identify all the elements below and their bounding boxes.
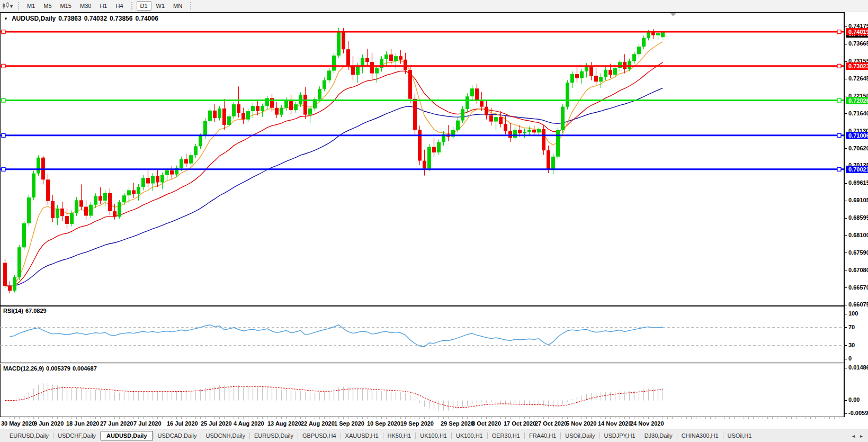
price-tick-label: 0.69105 <box>848 197 868 203</box>
rsi-tick-dash <box>845 359 847 359</box>
chart-tab-usoil-daily[interactable]: USOil,Daily <box>561 431 599 440</box>
date-label: 27 Jun 2020 <box>100 420 133 427</box>
chart-tab-usdjpy-h1[interactable]: USDJPY,H1 <box>600 431 640 440</box>
price-chart-pane[interactable] <box>0 12 844 306</box>
timeframe-button-mn[interactable]: MN <box>169 1 186 11</box>
candlesticks <box>3 28 665 293</box>
tab-scroll-right-button[interactable] <box>857 433 865 439</box>
price-tick-label: 0.73665 <box>848 40 868 47</box>
timeframe-button-m30[interactable]: M30 <box>76 1 95 11</box>
price-tick-dash <box>845 218 847 219</box>
date-label: 17 Oct 2020 <box>504 420 536 427</box>
macd-histogram <box>5 383 663 411</box>
price-tick-label: 0.67080 <box>848 267 868 273</box>
trading-platform-window: M1M5M15M30H1H4D1W1MN AUDUSD,Daily0.73863… <box>0 0 868 442</box>
chart-tab-china300-h1[interactable]: CHINA300,H1 <box>677 431 723 440</box>
price-tick-dash <box>845 183 847 184</box>
tab-scroll-buttons <box>849 433 865 439</box>
macd-tick-dash <box>845 413 847 414</box>
date-label: 5 Nov 2020 <box>566 420 596 427</box>
chart-tab-xauusd-h1[interactable]: XAUUSD,H1 <box>341 431 383 440</box>
rsi-tick-dash <box>845 345 847 346</box>
price-tick-label: 0.72645 <box>848 75 868 82</box>
timeframe-button-m5[interactable]: M5 <box>40 1 55 11</box>
date-label: 25 Jul 2020 <box>201 420 232 427</box>
date-label: 8 Oct 2020 <box>472 420 501 427</box>
rsi-label: RSI(14) <box>3 308 23 314</box>
date-label: 13 Aug 2020 <box>267 420 301 427</box>
ohlc-close: 0.74006 <box>135 15 158 22</box>
price-tick-dash <box>845 148 847 149</box>
chart-tab-uk100-h1[interactable]: UK100,H1 <box>416 431 451 440</box>
timeframe-button-h4[interactable]: H4 <box>112 1 127 11</box>
rsi-line <box>10 325 663 347</box>
price-tick-label: 0.68100 <box>848 232 868 238</box>
date-label: 30 May 2020 <box>1 420 35 427</box>
chart-tab-ger30-h1[interactable]: GER30,H1 <box>488 431 524 440</box>
price-tick-dash <box>845 44 847 44</box>
price-tick-label: 0.67590 <box>848 249 868 256</box>
hline-price-label: 0.71006 <box>846 132 868 139</box>
rsi-indicator-pane[interactable] <box>0 306 844 363</box>
candlestick-chart-icon <box>2 2 10 10</box>
price-tick-dash <box>845 287 847 288</box>
rsi-header: RSI(14)67.0829 <box>3 308 49 314</box>
timeframe-button-m1[interactable]: M1 <box>23 1 39 11</box>
rsi-tick-label: 100 <box>848 310 858 317</box>
chart-tab-usoil-h1[interactable]: USOil,H1 <box>723 431 756 440</box>
macd-label: MACD(12,26,9) <box>3 365 44 372</box>
rsi-tick-label: 0 <box>848 355 852 362</box>
timeframe-button-m15[interactable]: M15 <box>57 1 75 11</box>
chart-tab-audusd-daily[interactable]: AUDUSD,Daily <box>101 431 153 440</box>
macd-indicator-pane[interactable] <box>0 364 844 417</box>
macd-tick-dash <box>845 400 847 401</box>
timeframe-button-w1[interactable]: W1 <box>153 1 169 11</box>
price-tick-label: 0.69615 <box>848 179 868 186</box>
chart-tab-hk50-h1[interactable]: HK50,H1 <box>383 431 416 440</box>
timeframe-button-d1[interactable]: D1 <box>137 1 151 11</box>
chart-shift-marker-icon[interactable] <box>670 13 676 16</box>
macd-tick-label: 0.00 <box>848 396 860 403</box>
date-label: 14 Nov 2020 <box>598 420 632 427</box>
chart-tab-bar: EURUSD,DailyUSDCHF,DailyAUDUSD,DailyUSDC… <box>0 429 868 442</box>
hline-price-label: 0.73023 <box>846 62 868 70</box>
chart-tab-usdcad-daily[interactable]: USDCAD,Daily <box>154 431 201 440</box>
hline-price-label: 0.74019 <box>846 28 868 35</box>
date-label: 19 Sep 2020 <box>400 420 434 427</box>
macd-value: 0.005379 <box>46 365 70 372</box>
hline-price-label: 0.72026 <box>846 97 868 104</box>
date-label: 22 Aug 2020 <box>301 420 335 427</box>
rsi-value: 67.0829 <box>25 308 47 314</box>
macd-tick-label: 0.014861 <box>848 364 868 371</box>
horizontal-lines <box>0 30 844 172</box>
timeframe-button-group: M1M5M15M30H1H4D1W1MN <box>23 1 195 11</box>
price-tick-label: 0.71640 <box>848 110 868 116</box>
toolbar-separator <box>18 2 19 10</box>
chart-tab-dj30-daily[interactable]: DJ30,Daily <box>640 431 677 440</box>
chart-tab-eurusd-daily[interactable]: EURUSD,Daily <box>250 431 298 440</box>
chart-type-button[interactable] <box>0 2 14 10</box>
symbol-dropdown-icon[interactable] <box>4 15 9 22</box>
tab-scroll-left-button[interactable] <box>849 433 857 439</box>
chart-tab-fra40-h1[interactable]: FRA40,H1 <box>525 431 560 440</box>
ohlc-open: 0.73863 <box>58 15 81 22</box>
macd-signal-value: 0.004687 <box>73 365 97 372</box>
date-label: 18 Jun 2020 <box>66 420 99 427</box>
moving-average-lines <box>5 42 663 287</box>
price-tick-label: 0.66570 <box>848 284 868 291</box>
chart-tab-gbpusd-h4[interactable]: GBPUSD,H4 <box>298 431 341 440</box>
toolbar: M1M5M15M30H1H4D1W1MN <box>0 0 868 12</box>
rsi-tick-dash <box>845 314 847 314</box>
chart-tab-usdchf-daily[interactable]: USDCHF,Daily <box>53 431 100 440</box>
chart-tab-uk100-h1[interactable]: UK100,H1 <box>452 431 487 440</box>
chart-title: AUDUSD,Daily0.738630.740320.738560.74006 <box>4 15 161 22</box>
price-axis[interactable]: 0.741750.736650.731550.726450.721500.716… <box>844 12 868 417</box>
hline-price-label: 0.70021 <box>846 166 868 173</box>
chart-tab-eurusd-daily[interactable]: EURUSD,Daily <box>5 431 53 440</box>
caret-down-icon <box>10 3 13 9</box>
price-tick-dash <box>845 252 847 253</box>
date-axis[interactable]: 30 May 20209 Jun 202018 Jun 202027 Jun 2… <box>0 417 844 429</box>
price-tick-dash <box>845 235 847 236</box>
timeframe-button-h1[interactable]: H1 <box>96 1 111 11</box>
chart-tab-usdcnh-daily[interactable]: USDCNH,Daily <box>201 431 249 440</box>
